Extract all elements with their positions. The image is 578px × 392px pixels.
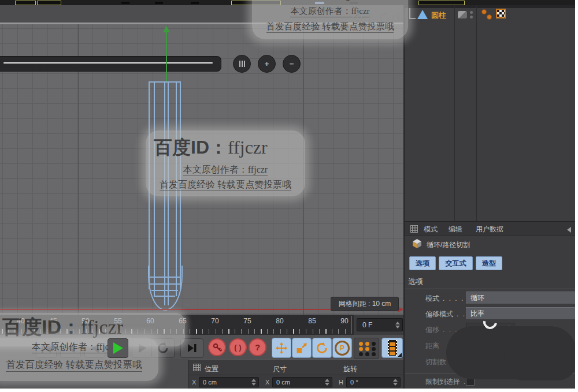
- dot: [365, 347, 369, 351]
- tab-options[interactable]: 选项: [409, 256, 436, 270]
- layer-icon[interactable]: [458, 11, 467, 18]
- coordinate-system-button[interactable]: P: [332, 338, 352, 358]
- record-keyframe-button[interactable]: [208, 338, 226, 356]
- position-header: 位置: [205, 364, 218, 374]
- watermark-headline: 百度ID：ffjczr: [272, 0, 371, 3]
- size-x-field[interactable]: 0 cm: [272, 377, 332, 387]
- render-settings-button[interactable]: [381, 338, 403, 358]
- menu-edit[interactable]: 编辑: [449, 225, 462, 234]
- dot: [372, 347, 376, 351]
- skip-end-icon: [186, 343, 198, 353]
- cube-tool-icon: [412, 238, 423, 252]
- dot: [359, 342, 363, 346]
- dot: [372, 352, 376, 356]
- move-tool-button[interactable]: [272, 338, 291, 358]
- play-button[interactable]: [108, 338, 128, 358]
- section-underline: [405, 289, 575, 289]
- viewport-scroll-slider[interactable]: [0, 56, 221, 72]
- rotation-h-field[interactable]: 0 °: [346, 377, 401, 387]
- position-x-field[interactable]: 0 cm: [199, 377, 259, 387]
- column-divider: [454, 5, 455, 221]
- menu-userdata[interactable]: 用户数据: [476, 225, 503, 234]
- filmstrip-icon: [388, 340, 397, 356]
- watermark-headline: 百度ID：ffjczr: [2, 314, 123, 341]
- c4d-window: + − 网格间距 : 10 cm 40 45 50 55 60 65 70 75: [0, 0, 575, 389]
- page-margin: [0, 389, 578, 392]
- pan-view-icon[interactable]: [351, 12, 364, 24]
- distance-label: 距离: [425, 341, 439, 351]
- cap-ring[interactable]: [151, 290, 178, 291]
- rotation-header: 旋转: [343, 364, 357, 374]
- cap-ring[interactable]: [154, 296, 175, 297]
- tab-interactive[interactable]: 交互式: [439, 256, 473, 270]
- watermark-bubble-bottom-left-lower: 本文原创作者：ffjczr 首发百度经验 转载要点赞投票哦: [0, 338, 158, 381]
- toolbar-slot-icon[interactable]: [418, 1, 465, 5]
- ruler-tick-label: 90: [337, 317, 352, 325]
- ruler-tick-label: 70: [208, 317, 223, 325]
- ruler-tick-label: 80: [272, 317, 287, 325]
- cap-ring[interactable]: [150, 283, 180, 285]
- parentheses-icon: ( ): [234, 343, 241, 352]
- scale-icon: [295, 342, 308, 354]
- section-title[interactable]: 选项: [408, 277, 423, 287]
- autokey-button[interactable]: ( ): [229, 338, 247, 356]
- render-visibility-dot[interactable]: [470, 16, 473, 18]
- slider-track-line: [3, 62, 213, 64]
- scale-tool-button[interactable]: [292, 338, 312, 358]
- object-name[interactable]: 圆柱: [431, 10, 446, 21]
- snap-grid-button[interactable]: [354, 338, 379, 359]
- spinner[interactable]: [251, 379, 257, 386]
- slider-detail-button[interactable]: [233, 55, 251, 73]
- spinner[interactable]: [393, 379, 398, 386]
- cylinder-object-icon[interactable]: [417, 10, 428, 19]
- zoom-out-button[interactable]: −: [283, 55, 301, 73]
- menu-mode[interactable]: 模式: [424, 225, 438, 234]
- ruler-tick-label: 75: [240, 317, 255, 325]
- grid-spacing-label: 网格间距 : 10 cm: [331, 297, 399, 311]
- panel-arrow-icon[interactable]: [567, 227, 571, 233]
- offset-mode-dropdown[interactable]: 比率: [466, 307, 575, 319]
- panel-header-strip: [405, 5, 575, 8]
- tab-modeling[interactable]: 造型: [476, 256, 502, 270]
- toggle-view-icon[interactable]: [392, 12, 405, 24]
- cap-ring[interactable]: [149, 277, 181, 278]
- minus-icon: −: [290, 59, 294, 68]
- range-end-marker[interactable]: [351, 316, 352, 334]
- cuts-label: 切割数: [425, 357, 446, 367]
- rotate-tool-button[interactable]: [312, 338, 332, 358]
- visibility-dot-orange[interactable]: [487, 14, 492, 20]
- dot: [359, 352, 363, 356]
- p-circle-icon: P: [335, 341, 350, 356]
- rotate-icon: [316, 342, 328, 354]
- active-tool-name: 循环/路径切割: [427, 240, 470, 250]
- editor-visibility-dot[interactable]: [470, 11, 473, 14]
- y-axis-handle[interactable]: [166, 32, 167, 82]
- spinner[interactable]: [325, 379, 330, 386]
- move-icon: [275, 342, 288, 354]
- visibility-dot-orange[interactable]: [481, 9, 487, 14]
- toolbar-slot-icon[interactable]: [15, 1, 36, 5]
- ruler-tick-label: 85: [305, 317, 320, 325]
- panel-grip-icon[interactable]: [410, 225, 418, 233]
- axis-label: X: [192, 379, 196, 386]
- dot: [365, 352, 369, 356]
- watermark-headline: 百度ID：ffjczr: [154, 135, 268, 160]
- size-header: 尺寸: [273, 364, 287, 374]
- watermark-bubble-center: 百度ID：ffjczr 本文原创作者：ffjczr 首发百度经验 转载要点赞投票…: [146, 130, 305, 196]
- key-icon: [212, 342, 223, 353]
- mode-dropdown[interactable]: 循环: [466, 292, 575, 304]
- flyout-corner: [398, 353, 402, 357]
- panel-grip-icon[interactable]: [193, 364, 201, 371]
- current-frame-field[interactable]: 0 F: [357, 318, 403, 331]
- toolbar-mark: [191, 2, 199, 4]
- watermark-author: 本文原创作者：ffjczr: [0, 341, 158, 353]
- frame-spinner[interactable]: [395, 322, 401, 328]
- toolbar-mark: [155, 2, 163, 4]
- zoom-in-button[interactable]: +: [258, 55, 276, 73]
- toolbar-slot-icon[interactable]: [37, 1, 61, 5]
- keyframe-options-button[interactable]: ?: [249, 338, 266, 356]
- rotate-view-icon[interactable]: [379, 12, 391, 24]
- object-manager-panel: 圆柱: [405, 5, 575, 221]
- texture-tag-icon[interactable]: [496, 9, 506, 18]
- dolly-view-icon[interactable]: [365, 12, 378, 24]
